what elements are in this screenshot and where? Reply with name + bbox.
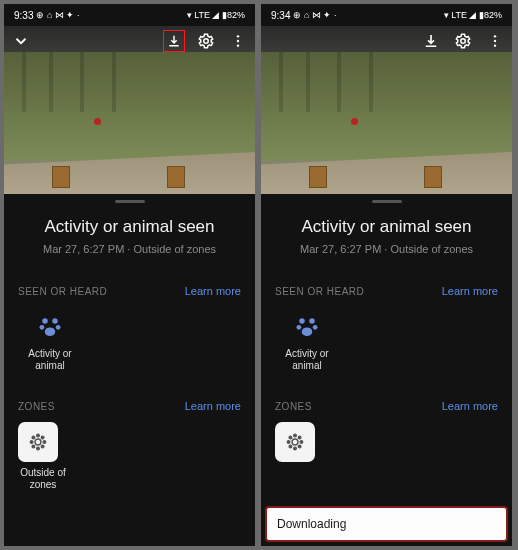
event-details: Activity or animal seen Mar 27, 6:27 PM … (261, 207, 512, 546)
svg-point-29 (294, 447, 297, 450)
tile-activity-animal[interactable]: Activity or animal (275, 309, 339, 372)
tile-activity-label: Activity or animal (275, 348, 339, 372)
tile-activity-animal[interactable]: Activity or animal (18, 309, 82, 372)
svg-point-21 (494, 44, 496, 46)
svg-point-9 (35, 439, 41, 445)
event-title: Activity or animal seen (275, 217, 498, 237)
section-zones: ZONES (275, 401, 312, 412)
paw-icon (290, 309, 324, 343)
learn-more-seen[interactable]: Learn more (442, 285, 498, 297)
status-notification-icons: ⊕ ⌂ ⋈ ✦ · (36, 10, 79, 20)
svg-point-18 (461, 39, 466, 44)
svg-point-26 (302, 327, 313, 336)
svg-point-25 (313, 325, 318, 330)
learn-more-zones[interactable]: Learn more (442, 400, 498, 412)
back-chevron-icon[interactable] (10, 30, 32, 52)
svg-point-31 (300, 441, 303, 444)
event-subtitle: Mar 27, 6:27 PM · Outside of zones (18, 243, 241, 255)
section-seen-heard: SEEN OR HEARD (275, 286, 364, 297)
learn-more-zones[interactable]: Learn more (185, 400, 241, 412)
tile-zone-outside[interactable] (275, 422, 498, 462)
status-notification-icons: ⊕ ⌂ ⋈ ✦ · (293, 10, 336, 20)
svg-point-15 (41, 436, 44, 439)
download-button[interactable] (163, 30, 185, 52)
svg-point-0 (204, 39, 209, 44)
section-zones: ZONES (18, 401, 55, 412)
more-menu-icon[interactable] (484, 30, 506, 52)
phone-left: 9:33 ⊕ ⌂ ⋈ ✦ · ▾ LTE ◢ ▮82% (4, 4, 255, 546)
svg-point-23 (309, 318, 315, 324)
svg-point-14 (32, 436, 35, 439)
toast-text: Downloading (277, 517, 346, 531)
event-subtitle: Mar 27, 6:27 PM · Outside of zones (275, 243, 498, 255)
svg-point-12 (30, 441, 33, 444)
svg-point-20 (494, 40, 496, 42)
svg-point-4 (42, 318, 48, 324)
sheet-grabber[interactable] (372, 200, 402, 203)
status-time: 9:34 (271, 10, 290, 21)
tile-zone-label: Outside of zones (18, 467, 68, 491)
svg-point-13 (43, 441, 46, 444)
svg-point-27 (292, 439, 298, 445)
svg-point-24 (297, 325, 302, 330)
download-button[interactable] (420, 30, 442, 52)
svg-point-32 (289, 436, 292, 439)
svg-point-30 (287, 441, 290, 444)
svg-point-19 (494, 35, 496, 37)
zone-icon (18, 422, 58, 462)
svg-point-3 (237, 44, 239, 46)
status-network-battery: ▾ LTE ◢ ▮82% (444, 10, 502, 20)
tile-zone-outside[interactable]: Outside of zones (18, 422, 241, 491)
svg-point-34 (289, 445, 292, 448)
event-video-preview[interactable] (4, 26, 255, 194)
paw-icon (33, 309, 67, 343)
svg-point-5 (52, 318, 58, 324)
phone-right: 9:34 ⊕ ⌂ ⋈ ✦ · ▾ LTE ◢ ▮82% (261, 4, 512, 546)
svg-point-6 (40, 325, 45, 330)
svg-point-1 (237, 35, 239, 37)
status-time: 9:33 (14, 10, 33, 21)
svg-point-33 (298, 436, 301, 439)
status-bar: 9:33 ⊕ ⌂ ⋈ ✦ · ▾ LTE ◢ ▮82% (4, 4, 255, 26)
zone-icon (275, 422, 315, 462)
svg-point-7 (56, 325, 61, 330)
event-title: Activity or animal seen (18, 217, 241, 237)
status-network-battery: ▾ LTE ◢ ▮82% (187, 10, 245, 20)
status-bar: 9:34 ⊕ ⌂ ⋈ ✦ · ▾ LTE ◢ ▮82% (261, 4, 512, 26)
event-video-preview[interactable] (261, 26, 512, 194)
event-details: Activity or animal seen Mar 27, 6:27 PM … (4, 207, 255, 546)
svg-point-16 (32, 445, 35, 448)
svg-point-10 (37, 434, 40, 437)
svg-point-28 (294, 434, 297, 437)
more-menu-icon[interactable] (227, 30, 249, 52)
svg-point-35 (298, 445, 301, 448)
section-seen-heard: SEEN OR HEARD (18, 286, 107, 297)
settings-gear-icon[interactable] (452, 30, 474, 52)
settings-gear-icon[interactable] (195, 30, 217, 52)
svg-point-8 (45, 327, 56, 336)
learn-more-seen[interactable]: Learn more (185, 285, 241, 297)
sheet-grabber[interactable] (115, 200, 145, 203)
svg-point-17 (41, 445, 44, 448)
toast-downloading: Downloading (267, 508, 506, 540)
tile-activity-label: Activity or animal (18, 348, 82, 372)
svg-point-22 (299, 318, 305, 324)
svg-point-2 (237, 40, 239, 42)
svg-point-11 (37, 447, 40, 450)
